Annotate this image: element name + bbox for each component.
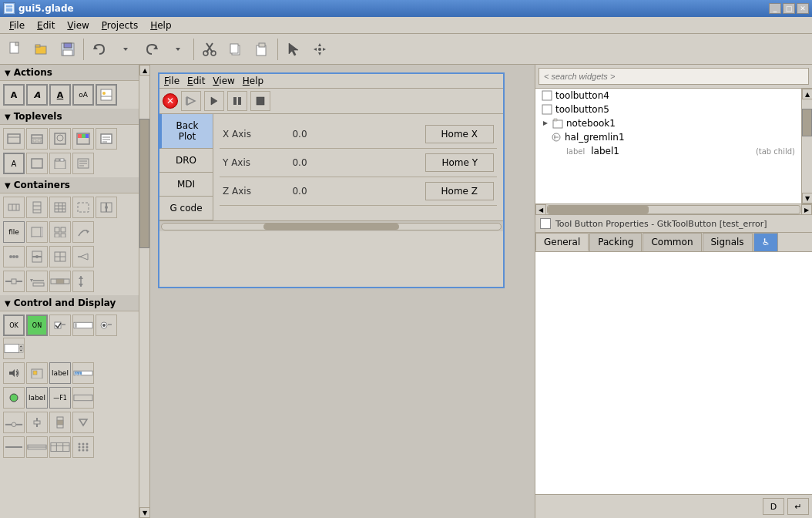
widget-progress[interactable]: 0.1 xyxy=(72,362,94,384)
tree-item-toolbutton5[interactable]: toolbutton5 xyxy=(535,103,801,116)
widget-speaker[interactable] xyxy=(3,362,25,384)
design-play-btn[interactable] xyxy=(204,91,224,111)
left-scroll-up[interactable]: ▲ xyxy=(139,65,150,76)
widget-label-led[interactable]: label xyxy=(26,387,48,409)
tree-item-hal-gremlin[interactable]: hal_gremlin1 xyxy=(535,130,801,144)
widget-label-a3[interactable]: A xyxy=(49,84,71,106)
widget-scrollbar-v[interactable] xyxy=(49,412,71,433)
containers-section-header[interactable]: ▼ Containers xyxy=(0,177,139,193)
left-scroll-thumb[interactable] xyxy=(139,119,149,248)
tree-hscroll-track[interactable] xyxy=(547,205,800,214)
widget-label-oa[interactable]: oA xyxy=(72,84,94,106)
widget-ok-btn[interactable]: OK xyxy=(3,314,25,336)
widget-table[interactable] xyxy=(49,197,71,218)
widget-hbox[interactable] xyxy=(3,197,25,218)
widget-arrow-left[interactable] xyxy=(72,246,94,267)
widget-color[interactable] xyxy=(72,128,94,150)
menu-file[interactable]: File xyxy=(3,18,31,32)
properties-checkbox[interactable] xyxy=(540,218,551,229)
widget-dots-grid[interactable] xyxy=(72,436,94,458)
widget-label-a2[interactable]: A xyxy=(26,84,48,106)
widget-dots[interactable] xyxy=(3,246,25,267)
new-button[interactable] xyxy=(3,37,28,62)
widget-fixed[interactable] xyxy=(72,197,94,218)
widget-file[interactable] xyxy=(96,128,117,150)
widget-notebook-tl[interactable] xyxy=(49,153,71,174)
widget-resize[interactable] xyxy=(72,271,94,292)
widget-scrollbar-h[interactable] xyxy=(49,271,71,292)
widget-entry[interactable] xyxy=(72,314,94,336)
widget-led[interactable] xyxy=(3,387,25,409)
widget-label-ctrl[interactable]: label xyxy=(49,362,71,384)
sidenav-dro[interactable]: DRO xyxy=(159,149,213,173)
move-button[interactable] xyxy=(307,37,332,62)
widget-image2[interactable] xyxy=(26,362,48,384)
right-tree-scrollbar[interactable]: ▲ ▼ xyxy=(801,89,812,204)
widget-vscale[interactable] xyxy=(26,412,48,433)
widget-grid2[interactable] xyxy=(49,246,71,267)
tree-hscroll-left[interactable]: ◀ xyxy=(535,204,546,215)
design-pause-btn[interactable] xyxy=(227,91,247,111)
design-stop-btn[interactable] xyxy=(181,91,201,111)
design-close-button[interactable]: ✕ xyxy=(163,93,178,109)
undo-dropdown[interactable] xyxy=(113,37,138,62)
widget-radio[interactable] xyxy=(96,314,117,336)
tree-item-label1[interactable]: label label1 (tab child) xyxy=(535,144,801,158)
widget-about[interactable] xyxy=(49,128,71,150)
tab-general[interactable]: General xyxy=(535,233,589,251)
left-scrollbar[interactable]: ▲ ▼ xyxy=(139,65,149,518)
design-menu-edit[interactable]: Edit xyxy=(187,76,205,86)
widget-expander[interactable] xyxy=(26,271,48,292)
widget-arrow-down[interactable] xyxy=(72,412,94,433)
widget-label-text[interactable]: A xyxy=(3,153,25,174)
actions-section-header[interactable]: ▼ Actions xyxy=(0,65,139,81)
design-menu-file[interactable]: File xyxy=(164,76,180,86)
menu-edit[interactable]: Edit xyxy=(31,18,61,32)
tab-signals[interactable]: Signals xyxy=(703,233,753,251)
design-square-btn[interactable] xyxy=(250,91,270,111)
paste-button[interactable] xyxy=(250,37,274,62)
control-display-section-header[interactable]: ▼ Control and Display xyxy=(0,295,139,311)
home-x-button[interactable]: Home X xyxy=(425,125,494,143)
tree-hscroll-right[interactable]: ▶ xyxy=(801,204,812,215)
design-menu-help[interactable]: Help xyxy=(243,76,263,86)
widget-on-btn[interactable]: ON xyxy=(26,314,48,336)
widget-minus-slider[interactable] xyxy=(3,412,25,433)
widget-dialog[interactable] xyxy=(26,128,48,150)
home-y-button[interactable]: Home Y xyxy=(425,153,494,172)
close-button[interactable]: ✕ xyxy=(797,3,809,14)
tree-hscroll-thumb[interactable] xyxy=(548,206,649,214)
search-input[interactable] xyxy=(539,68,809,85)
tab-packing[interactable]: Packing xyxy=(589,233,642,251)
widget-label-file[interactable]: file xyxy=(3,221,25,243)
widget-hline[interactable] xyxy=(3,436,25,458)
widget-vbox[interactable] xyxy=(26,197,48,218)
toplevels-section-header[interactable]: ▼ Toplevels xyxy=(0,109,139,125)
widget-blank[interactable] xyxy=(72,387,94,409)
widget-textview2[interactable] xyxy=(72,153,94,174)
save-button[interactable] xyxy=(55,37,80,62)
widget-label-a[interactable]: A xyxy=(3,84,25,106)
design-hscroll-track[interactable] xyxy=(161,223,502,230)
right-tree-scroll-up[interactable]: ▲ xyxy=(802,89,812,99)
minimize-button[interactable]: _ xyxy=(769,3,781,14)
tab-common[interactable]: Common xyxy=(643,233,701,251)
widget-spin[interactable] xyxy=(3,338,25,359)
tree-item-notebook1[interactable]: notebook1 xyxy=(535,116,801,130)
sidenav-back-plot[interactable]: Back Plot xyxy=(159,114,213,149)
widget-hline-long[interactable] xyxy=(26,436,48,458)
copy-button[interactable] xyxy=(223,37,248,62)
menu-help[interactable]: Help xyxy=(144,18,177,32)
undo-button[interactable] xyxy=(87,37,112,62)
menu-projects[interactable]: Projects xyxy=(96,18,144,32)
widget-tiled[interactable] xyxy=(49,221,71,243)
pointer-button[interactable] xyxy=(281,37,306,62)
widget-curved-arrow[interactable] xyxy=(72,221,94,243)
maximize-button[interactable]: □ xyxy=(783,3,795,14)
sidenav-gcode[interactable]: G code xyxy=(159,197,213,220)
tab-accessibility[interactable]: ♿ xyxy=(753,233,779,251)
redo-button[interactable] xyxy=(139,37,164,62)
bottom-btn-d[interactable]: D xyxy=(763,498,784,515)
left-scroll-down[interactable]: ▼ xyxy=(139,507,150,518)
menu-view[interactable]: View xyxy=(61,18,95,32)
